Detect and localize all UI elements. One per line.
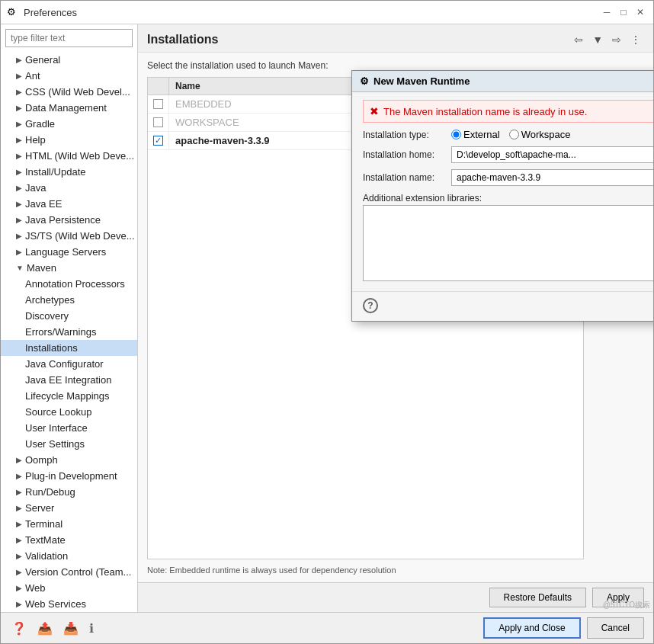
row-name-embedded: EMBEDDED [169,95,377,113]
help-button[interactable]: ❓ [10,620,28,637]
additional-ext-textarea[interactable] [363,205,653,281]
expand-arrow: ▶ [16,584,22,592]
close-button[interactable]: ✕ [633,5,647,19]
expand-arrow: ▶ [16,552,22,560]
new-maven-runtime-dialog: ⚙ New Maven Runtime ✖ The Maven installa… [351,70,653,322]
sidebar-item-java-ee[interactable]: ▶ Java EE [1,196,137,212]
sidebar-item-archetypes[interactable]: Archetypes [1,292,137,308]
sidebar-item-user-interface[interactable]: User Interface [1,420,137,436]
installations-description: Select the installation used to launch M… [147,60,644,71]
apply-and-close-button[interactable]: Apply and Close [483,617,580,639]
sidebar-item-installations[interactable]: Installations [1,340,137,356]
sidebar-item-run-debug[interactable]: ▶ Run/Debug [1,484,137,500]
sidebar-item-java[interactable]: ▶ Java [1,180,137,196]
expand-arrow: ▶ [16,136,22,144]
window-controls: ─ □ ✕ [600,5,647,19]
import-button[interactable]: 📥 [62,620,80,637]
sidebar-item-help[interactable]: ▶ Help [1,132,137,148]
content-toolbar: ⇦ ▼ ⇨ ⋮ [571,32,644,47]
installation-type-radio-group: External Workspace [451,129,571,140]
row-checkbox[interactable] [148,95,169,113]
sidebar: ▶ General ▶ Ant ▶ CSS (Wild Web Devel...… [1,24,138,612]
row-checkbox[interactable]: ✓ [148,132,169,149]
dialog-body: ✖ The Maven installation name is already… [352,92,653,291]
checkbox-col-header [148,78,169,95]
window-icon: ⚙ [7,6,19,18]
title-bar: ⚙ Preferences ─ □ ✕ [1,1,653,24]
info-button[interactable]: ℹ [88,620,95,637]
sidebar-item-annotation-process[interactable]: Annotation Processors [1,276,137,292]
row-checkbox[interactable] [148,114,169,131]
expand-arrow: ▶ [16,488,22,496]
sidebar-item-textmate[interactable]: ▶ TextMate [1,532,137,548]
sidebar-item-discovery[interactable]: Discovery [1,308,137,324]
sidebar-item-terminal[interactable]: ▶ Terminal [1,516,137,532]
dropdown-button[interactable]: ▼ [589,32,606,47]
installation-home-row: Installation home: [363,146,653,163]
sidebar-item-general[interactable]: ▶ General [1,52,137,68]
menu-button[interactable]: ⋮ [627,32,644,47]
sidebar-item-maven[interactable]: ▼ Maven [1,260,137,276]
sidebar-item-html[interactable]: ▶ HTML (Wild Web Deve... [1,148,137,164]
sidebar-item-ant[interactable]: ▶ Ant [1,68,137,84]
filter-input[interactable] [5,29,133,47]
expand-arrow: ▶ [16,152,22,160]
help-icon-button[interactable]: ? [363,298,378,313]
restore-defaults-button[interactable]: Restore Defaults [489,588,586,607]
sidebar-item-source-lookup[interactable]: Source Lookup [1,404,137,420]
installation-type-label: Installation type: [363,130,447,140]
sidebar-item-css[interactable]: ▶ CSS (Wild Web Devel... [1,84,137,100]
expand-arrow: ▶ [16,104,22,112]
sidebar-item-java-ee-integration[interactable]: Java EE Integration [1,372,137,388]
expand-arrow: ▶ [16,56,22,64]
checkbox-icon[interactable] [153,117,163,127]
maximize-button[interactable]: □ [617,5,630,19]
back-button[interactable]: ⇦ [571,32,586,47]
minimize-button[interactable]: ─ [600,5,614,19]
expand-arrow: ▶ [16,456,22,464]
installation-name-input[interactable] [451,169,653,186]
sidebar-item-oomph[interactable]: ▶ Oomph [1,452,137,468]
sidebar-item-server[interactable]: ▶ Server [1,500,137,516]
sidebar-item-validation[interactable]: ▶ Validation [1,548,137,564]
sidebar-item-version-control[interactable]: ▶ Version Control (Team... [1,564,137,580]
radio-external-label: External [463,129,500,140]
sidebar-item-jsts[interactable]: ▶ JS/TS (Wild Web Deve... [1,228,137,244]
content-panel: Installations ⇦ ▼ ⇨ ⋮ Select the install… [138,24,653,612]
dialog-title: New Maven Runtime [373,75,470,87]
expand-arrow: ▶ [16,248,22,256]
dialog-error-message: The Maven installation name is already i… [383,106,587,117]
main-body: ▶ General ▶ Ant ▶ CSS (Wild Web Devel...… [1,24,653,612]
name-col-header: Name [169,78,377,95]
additional-ext-row: Additional extension libraries: [363,192,653,284]
installation-home-input[interactable] [451,146,653,163]
sidebar-item-data-management[interactable]: ▶ Data Management [1,100,137,116]
cancel-button[interactable]: Cancel [587,617,644,639]
export-button[interactable]: 📤 [36,620,54,637]
sidebar-item-web[interactable]: ▶ Web [1,580,137,596]
window-title: Preferences [24,7,595,18]
sidebar-item-java-configurator[interactable]: Java Configurator [1,356,137,372]
sidebar-item-gradle[interactable]: ▶ Gradle [1,116,137,132]
expand-arrow: ▶ [16,216,22,224]
content-header: Installations ⇦ ▼ ⇨ ⋮ [138,24,653,53]
checkbox-icon[interactable] [153,99,163,109]
expand-arrow: ▶ [16,504,22,512]
radio-external[interactable]: External [451,129,500,140]
expand-arrow: ▼ [16,264,24,272]
error-icon: ✖ [370,105,379,117]
sidebar-item-errors-warnings[interactable]: Errors/Warnings [1,324,137,340]
checkbox-icon[interactable]: ✓ [153,136,163,146]
installation-type-row: Installation type: External Workspace [363,129,653,140]
forward-button[interactable]: ⇨ [609,32,624,47]
expand-arrow: ▶ [16,536,22,544]
sidebar-item-user-settings[interactable]: User Settings [1,436,137,452]
sidebar-item-web-services[interactable]: ▶ Web Services [1,596,137,612]
sidebar-item-lifecycle-mappings[interactable]: Lifecycle Mappings [1,388,137,404]
sidebar-item-java-persistence[interactable]: ▶ Java Persistence [1,212,137,228]
sidebar-item-language-servers[interactable]: ▶ Language Servers [1,244,137,260]
sidebar-item-plugin-dev[interactable]: ▶ Plug-in Development [1,468,137,484]
sidebar-item-install-update[interactable]: ▶ Install/Update [1,164,137,180]
radio-workspace[interactable]: Workspace [509,129,571,140]
dialog-title-bar: ⚙ New Maven Runtime [352,71,653,92]
